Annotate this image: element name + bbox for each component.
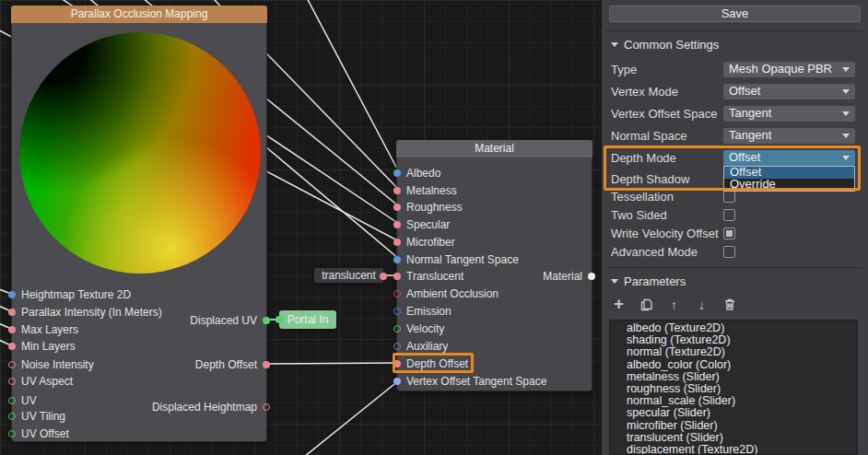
pin-displaced-uv[interactable] [263,317,270,324]
divider [605,267,862,268]
parameter-item[interactable]: albedo_color (Color) [610,359,857,371]
two-sided-label: Two Sided [611,207,667,223]
common-settings-section-header[interactable]: Common Settings [611,38,719,52]
pom-input-parallax-intensity: Parallax Intensity (In Meters) [12,306,162,319]
material-preview-sphere [19,32,261,274]
pin-translucent-out[interactable] [380,273,387,280]
pin-displaced-heightmap[interactable] [263,403,270,411]
two-sided-checkbox[interactable] [723,209,735,221]
mat-input-emission: Emission [397,305,452,318]
pin-normal-tangent-space[interactable] [393,256,401,263]
pom-input-heightmap: Heightmap Texture 2D [12,288,131,301]
vertex-mode-label: Vertex Mode [611,84,678,99]
write-velocity-offset-label: Write Velocity Offset [611,226,719,241]
chevron-down-icon [842,111,850,116]
pin-portal-in[interactable] [276,316,283,323]
parameters-toolbar: + ↑ ↓ [611,297,737,312]
pom-output-depth-offset: Depth Offset [195,358,266,371]
pin-specular[interactable] [393,221,401,228]
type-dropdown[interactable]: Mesh Opaque PBR [723,62,855,77]
delete-parameter-icon[interactable] [721,297,737,312]
wire-depth-offset [267,363,399,364]
collapse-caret-icon [611,279,618,284]
pom-input-min-layers: Min Layers [12,340,76,353]
parameter-item[interactable]: microfiber (Slider) [610,420,857,432]
wire-vertex-offset [299,380,399,455]
duplicate-parameter-icon[interactable] [639,297,654,312]
add-parameter-icon[interactable]: + [611,297,627,312]
pom-input-uv: UV [12,394,37,407]
pin-depth-offset-out[interactable] [263,361,270,368]
wire-albedo [305,0,399,172]
advanced-mode-checkbox[interactable] [723,246,735,258]
normal-space-dropdown[interactable]: Tangent [723,128,855,144]
mat-input-albedo: Albedo [397,167,440,180]
parameters-section-header[interactable]: Parameters [611,274,686,288]
tessellation-checkbox[interactable] [723,191,735,203]
chevron-down-icon [842,134,850,138]
pin-auxiliary[interactable] [393,343,401,350]
parameters-list[interactable]: albedo (Texture2D) shading (Texture2D) n… [609,320,858,455]
mat-input-ambient-occlusion: Ambient Occlusion [397,287,499,300]
write-velocity-offset-checkbox[interactable] [723,228,735,239]
translucent-param-node[interactable]: translucent [313,267,384,284]
mat-input-roughness: Roughness [397,201,463,214]
mat-input-vertex-offset-tangent-space: Vertex Offset Tangent Space [397,375,546,388]
properties-panel: Save Common Settings Type Mesh Opaque PB… [602,0,868,455]
pin-heightmap[interactable] [8,291,16,298]
parameter-item[interactable]: normal (Texture2D) [610,346,857,358]
pin-metalness[interactable] [393,187,401,194]
pin-uv-tiling[interactable] [8,413,16,420]
portal-in-node[interactable]: Portal In [279,310,336,329]
pin-uv-aspect[interactable] [8,378,16,385]
pin-microfiber[interactable] [393,239,401,246]
pin-velocity[interactable] [393,325,401,332]
pin-translucent-in[interactable] [393,273,401,280]
mat-input-microfiber: Microfiber [397,236,455,249]
pom-input-max-layers: Max Layers [12,323,78,336]
material-editor: Parallax Occlusion Mapping Heightmap Tex… [0,0,868,455]
mat-input-specular: Specular [397,218,450,231]
vertex-mode-dropdown[interactable]: Offset [723,84,855,99]
advanced-mode-label: Advanced Mode [611,244,698,260]
pin-ambient-occlusion[interactable] [393,290,401,298]
pin-albedo[interactable] [393,169,401,177]
pin-emission[interactable] [393,308,401,315]
node-graph-canvas[interactable]: Parallax Occlusion Mapping Heightmap Tex… [0,0,602,455]
pin-material-out[interactable] [588,273,595,280]
pin-max-layers[interactable] [8,326,16,333]
pin-parallax-intensity[interactable] [8,309,16,316]
chevron-down-icon [842,67,850,72]
normal-space-label: Normal Space [611,128,686,144]
depth-mode-highlight [604,146,861,191]
vertex-offset-space-dropdown[interactable]: Tangent [723,106,855,122]
mat-input-normal-tangent-space: Normal Tangent Space [397,253,519,266]
pom-input-uv-aspect: UV Aspect [12,375,73,388]
pom-output-displaced-heightmap: Displaced Heightmap [152,401,266,414]
pin-uv-offset[interactable] [8,430,16,438]
mat-input-velocity: Velocity [397,322,444,335]
depth-offset-highlight [393,353,474,373]
mat-input-metalness: Metalness [397,184,457,197]
parallax-occlusion-mapping-node[interactable]: Parallax Occlusion Mapping Heightmap Tex… [11,6,267,442]
pom-output-displaced-uv: Displaced UV [190,314,266,327]
move-up-icon[interactable]: ↑ [666,297,682,312]
pom-node-title[interactable]: Parallax Occlusion Mapping [11,6,267,23]
chevron-down-icon [842,89,850,94]
parameter-item[interactable]: specular (Slider) [610,407,857,419]
pom-input-uv-offset: UV Offset [12,427,69,440]
collapse-caret-icon [611,42,618,47]
move-down-icon[interactable]: ↓ [694,297,710,312]
parameter-item[interactable]: displacement (Texture2D) [610,444,857,455]
vertex-offset-space-label: Vertex Offset Space [611,106,717,122]
pin-noise-intensity[interactable] [8,361,16,368]
pom-input-uv-tiling: UV Tiling [12,410,65,423]
pin-uv[interactable] [8,397,16,404]
pin-roughness[interactable] [393,204,401,211]
mat-output-material: Material [543,270,592,283]
save-button[interactable]: Save [609,6,861,22]
material-node-title[interactable]: Material [396,140,592,158]
mat-input-translucent: Translucent [397,270,463,283]
pin-vertex-offset-tangent-space[interactable] [393,378,401,385]
pin-min-layers[interactable] [8,343,16,350]
